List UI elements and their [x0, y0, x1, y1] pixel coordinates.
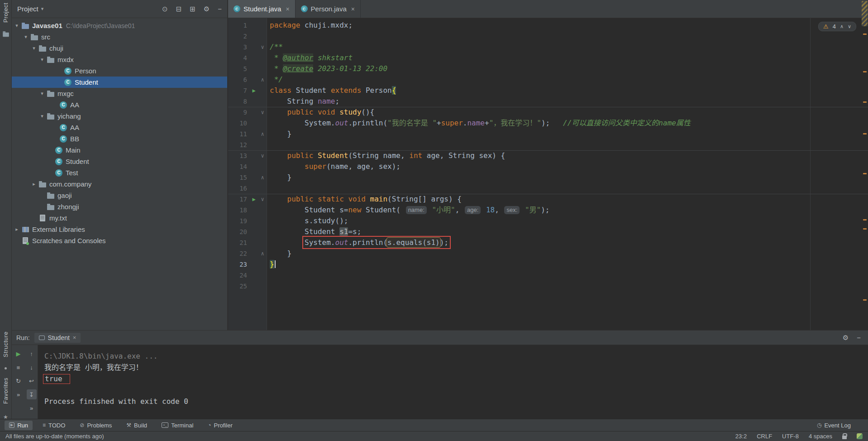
caret-position[interactable]: 23:2	[735, 433, 747, 440]
more-actions-icon[interactable]: »	[14, 389, 24, 399]
code-text[interactable]: System.out.println(s.equals(s1));	[267, 237, 448, 248]
code-text[interactable]: }	[267, 259, 276, 270]
code-text[interactable]: class Student extends Person{	[267, 85, 396, 96]
tree-item-aa[interactable]: CAA	[12, 122, 227, 133]
toolwindow-button-favorites[interactable]: Favorites	[2, 378, 9, 406]
tree-item-scratches-and-consoles[interactable]: Scratches and Consoles	[12, 235, 227, 246]
chevron-down-icon[interactable]: ▾	[38, 91, 46, 96]
chevron-down-icon[interactable]: ▾	[38, 113, 46, 119]
code-text[interactable]	[267, 183, 270, 194]
code-text[interactable]: public Student(String name, int age, Str…	[267, 150, 505, 161]
next-occurrence-icon[interactable]: ↓	[27, 362, 37, 372]
toolwindow-terminal[interactable]: >_Terminal	[157, 421, 198, 430]
code-text[interactable]: * @create 2023-01-13 22:00	[267, 63, 387, 74]
status-indicator-icon[interactable]	[857, 433, 863, 439]
code-text[interactable]: }	[267, 172, 291, 183]
restore-layout-icon[interactable]: ↻	[14, 376, 24, 386]
close-icon[interactable]: ×	[73, 334, 76, 341]
code-text[interactable]	[267, 139, 270, 150]
fold-marker-icon[interactable]: ∧	[258, 172, 267, 183]
chevron-down-icon[interactable]: ▾	[38, 57, 46, 62]
tree-item-mxdx[interactable]: ▾mxdx	[12, 54, 227, 65]
encoding[interactable]: UTF-8	[782, 433, 799, 440]
stripe-warning-mark[interactable]	[863, 71, 867, 72]
stripe-warning-mark[interactable]	[863, 173, 867, 174]
tree-item-zhongji[interactable]: zhongji	[12, 201, 227, 212]
chevron-down-icon[interactable]: ▾	[22, 34, 30, 40]
tree-item-student[interactable]: CStudent	[12, 77, 227, 88]
tree-item-main[interactable]: CMain	[12, 144, 227, 156]
toolwindow-todo[interactable]: ≡TODO	[38, 421, 70, 430]
expand-all-icon[interactable]: ⊞	[190, 5, 196, 13]
toolwindow-button-structure[interactable]: Structure	[2, 331, 9, 359]
tree-item-com-company[interactable]: ▸com.company	[12, 178, 227, 190]
tree-item-bb[interactable]: CBB	[12, 133, 227, 144]
line-separator[interactable]: CRLF	[757, 433, 772, 440]
code-text[interactable]: */	[267, 74, 283, 85]
code-text[interactable]: package chuji.mxdx;	[267, 20, 353, 31]
stripe-warning-mark[interactable]	[863, 299, 867, 301]
chevron-down-icon[interactable]: ▾	[30, 45, 38, 51]
code-text[interactable]: Student s=new Student( name: "小明", age: …	[267, 205, 549, 216]
tab-person-java[interactable]: CPerson.java×	[296, 0, 361, 18]
fold-marker-icon[interactable]: ∨	[258, 42, 267, 53]
close-icon[interactable]: ×	[286, 5, 289, 13]
stripe-warning-mark[interactable]	[863, 133, 867, 134]
tree-item-aa[interactable]: CAA	[12, 99, 227, 110]
code-text[interactable]: Student s1=s;	[267, 226, 361, 237]
tree-item-javase01[interactable]: ▾Javase01C:\IdeaProject\Javase01	[12, 20, 227, 31]
code-text[interactable]	[267, 270, 270, 281]
fold-marker-icon[interactable]: ∨	[258, 150, 267, 161]
tree-item-mxgc[interactable]: ▾mxgc	[12, 88, 227, 99]
scroll-to-end-icon[interactable]: ↧	[27, 389, 37, 399]
lock-icon[interactable]	[842, 436, 847, 439]
fold-marker-icon[interactable]: ∨	[258, 194, 267, 205]
tree-item-gaoji[interactable]: gaoji	[12, 190, 227, 201]
toolwindow-run[interactable]: ▶Run	[5, 421, 33, 430]
code-text[interactable]: String name;	[267, 96, 339, 107]
locate-icon[interactable]: ⊙	[162, 5, 168, 13]
code-text[interactable]: public void study(){	[267, 107, 374, 118]
run-tab-student[interactable]: Student ×	[34, 333, 81, 343]
tree-item-yichang[interactable]: ▾yichang	[12, 110, 227, 122]
rerun-icon[interactable]: ▶	[14, 349, 24, 359]
project-view-selector[interactable]: Project ▾	[17, 5, 43, 13]
run-line-icon[interactable]: ▶	[250, 85, 258, 96]
stripe-warning-mark[interactable]	[863, 101, 867, 103]
prev-occurrence-icon[interactable]: ↑	[27, 349, 37, 359]
stripe-warning-mark[interactable]	[863, 228, 867, 230]
code-text[interactable]: }	[267, 129, 291, 139]
toolwindow-problems[interactable]: ⊘Problems	[75, 421, 116, 430]
code-text[interactable]: s.study();	[267, 216, 348, 226]
more-options-icon[interactable]: »	[27, 403, 37, 413]
hide-panel-icon[interactable]: −	[218, 5, 222, 13]
tree-item-person[interactable]: CPerson	[12, 65, 227, 77]
settings-icon[interactable]: ⚙	[843, 334, 849, 342]
fold-marker-icon[interactable]: ∧	[258, 129, 267, 139]
next-warning-button[interactable]: ∨	[848, 24, 851, 29]
toolwindow-profiler[interactable]: ◔Profiler	[203, 421, 237, 430]
tree-item-chuji[interactable]: ▾chuji	[12, 43, 227, 54]
tree-item-my-txt[interactable]: my.txt	[12, 212, 227, 224]
fold-marker-icon[interactable]: ∧	[258, 74, 267, 85]
fold-marker-icon[interactable]: ∧	[258, 248, 267, 259]
tree-item-student[interactable]: CStudent	[12, 156, 227, 167]
code-text[interactable]: super(name, age, sex);	[267, 161, 401, 172]
stop-icon[interactable]: ■	[14, 362, 24, 372]
code-text[interactable]: /**	[267, 42, 283, 53]
settings-icon[interactable]: ⚙	[204, 5, 210, 13]
run-line-icon[interactable]: ▶	[250, 194, 258, 205]
soft-wrap-icon[interactable]: ↩	[27, 376, 37, 386]
chevron-down-icon[interactable]: ▾	[13, 23, 21, 29]
collapse-all-icon[interactable]: ⊟	[176, 5, 182, 13]
code-text[interactable]: * @author shkstart	[267, 53, 353, 63]
stripe-warning-mark[interactable]	[863, 219, 867, 220]
code-text[interactable]: System.out.println("我的名字是 "+super.name+"…	[267, 118, 691, 129]
tab-student-java[interactable]: CStudent.java×	[228, 0, 296, 18]
indent-size[interactable]: 4 spaces	[809, 433, 832, 440]
tree-item-test[interactable]: CTest	[12, 167, 227, 178]
chevron-right-icon[interactable]: ▸	[30, 181, 38, 187]
hide-panel-icon[interactable]: −	[857, 334, 861, 342]
chevron-right-icon[interactable]: ▸	[13, 226, 21, 232]
prev-warning-button[interactable]: ∧	[840, 24, 844, 29]
